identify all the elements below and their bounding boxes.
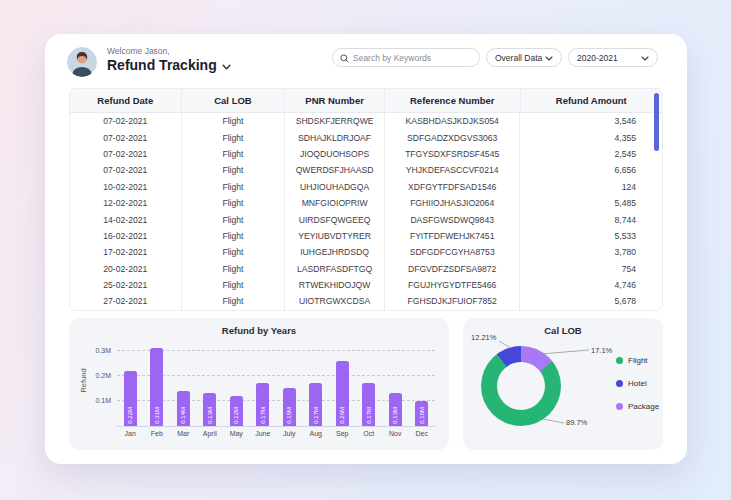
table-cell: SHDSKFJERRQWE <box>285 113 385 129</box>
search-box[interactable] <box>332 48 480 67</box>
table-cell: 07-02-2021 <box>70 129 182 145</box>
bar-column: 0.12MMay <box>223 339 250 426</box>
pie-slice-label: 17.1% <box>591 346 612 355</box>
table-cell: 5,485 <box>520 195 662 211</box>
table-cell: QWERDSFJHAASD <box>285 162 385 178</box>
table-cell: SDFGDFCGYHA8753 <box>385 244 521 260</box>
table-cell: TFGYSDXFSRDSF4545 <box>385 146 521 162</box>
bar: 0.22M <box>124 371 137 426</box>
table-cell: LASDRFASDFTGQ <box>285 261 385 277</box>
table-cell: YHJKDEFASCCVF0214 <box>385 162 521 178</box>
table-cell: Flight <box>182 244 286 260</box>
bar-chart-title: Refund by Years <box>69 325 449 336</box>
table-row: 16-02-2021FlightYEYIUBVDTYRERFYITFDFWEHJ… <box>70 228 662 244</box>
column-header: PNR Number <box>285 89 385 112</box>
page-title-dropdown[interactable]: Refund Tracking <box>107 56 231 74</box>
table-cell: 2,545 <box>520 146 662 162</box>
bar: 0.17M <box>309 383 322 426</box>
table-cell: 5,678 <box>520 293 662 309</box>
legend-dot <box>616 357 623 364</box>
y-tick-label: 0.3M <box>83 347 111 354</box>
legend-label: Flight <box>628 356 648 365</box>
bar-value-label: 0.17M <box>366 407 372 424</box>
search-input[interactable] <box>353 53 472 63</box>
table-row: 25-02-2021FlightRTWEKHIDOJQWFGUJHYGYDTFE… <box>70 277 662 293</box>
table-header: Refund Date Cal LOB PNR Number Reference… <box>70 89 662 113</box>
table-cell: 07-02-2021 <box>70 113 182 129</box>
table-cell: SDHAJKLDRJOAF <box>285 129 385 145</box>
chevron-down-icon <box>545 53 553 63</box>
table-cell: 4,355 <box>520 129 662 145</box>
legend: FlightHotelPackage <box>616 356 659 425</box>
table-cell: 25-02-2021 <box>70 277 182 293</box>
overall-data-select[interactable]: Overall Data <box>486 48 562 67</box>
bar-column: 0.13MApril <box>197 339 224 426</box>
table-row: 27-02-2021FlightUIOTRGWXCDSAFGHSDJKJFUIO… <box>70 293 662 309</box>
pie-slice-label: 89.7% <box>566 418 587 427</box>
legend-item: Flight <box>616 356 659 365</box>
table-cell: 07-02-2021 <box>70 146 182 162</box>
table-cell: FGUJHYGYDTFE5466 <box>385 277 521 293</box>
chevron-down-icon <box>641 53 649 63</box>
table-row: 14-02-2021FlightUIRDSFQWGEEQDASFGWSDWQ98… <box>70 211 662 227</box>
table-cell: 6,656 <box>520 162 662 178</box>
year-select[interactable]: 2020-2021 <box>568 48 658 67</box>
table-cell: 3,546 <box>520 113 662 129</box>
legend-label: Hotel <box>628 379 647 388</box>
bar: 0.17M <box>256 383 269 426</box>
table-row: 07-02-2021FlightSHDSKFJERRQWEKASBHDASJKD… <box>70 113 662 129</box>
donut-hole <box>497 362 545 410</box>
table-row: 20-02-2021FlightLASDRFASDFTGQDFGVDFZSDFS… <box>70 261 662 277</box>
bar-column: 0.17MAug <box>303 339 330 426</box>
bar-column: 0.13MNov <box>382 339 409 426</box>
bar-column: 0.14MMar <box>170 339 197 426</box>
bar: 0.17M <box>362 383 375 426</box>
table-cell: FGHSDJKJFUIOF7852 <box>385 293 521 309</box>
table-cell: JIOQDUOHSOPS <box>285 146 385 162</box>
bars: 0.22MJan0.31MFeb0.14MMar0.13MApril0.12MM… <box>117 339 435 426</box>
column-header: Refund Date <box>70 89 182 112</box>
bar-value-label: 0.12M <box>233 407 239 424</box>
table-row: 10-02-2021FlightUHJIOUHADGQAXDFGYTFDFSAD… <box>70 179 662 195</box>
table-row: 17-02-2021FlightIUHGEJHRDSDQSDFGDFCGYHA8… <box>70 244 662 260</box>
scrollbar-thumb[interactable] <box>654 93 659 151</box>
column-header: Cal LOB <box>182 89 286 112</box>
bar: 0.14M <box>177 391 190 426</box>
dashboard-card: Welcome Jason, Refund Tracking Overall D… <box>45 34 687 464</box>
bar-value-label: 0.13M <box>392 407 398 424</box>
pie-slice-label: 12.21% <box>471 333 496 342</box>
bar-column: 0.17MOct <box>356 339 383 426</box>
bar-value-label: 0.22M <box>127 407 133 424</box>
table-cell: Flight <box>182 211 286 227</box>
column-header: Reference Number <box>385 89 521 112</box>
legend-dot <box>616 403 623 410</box>
bar: 0.10M <box>415 401 428 426</box>
bar-value-label: 0.10M <box>419 407 425 424</box>
table-cell: MNFGIOIOPRIW <box>285 195 385 211</box>
table-cell: 14-02-2021 <box>70 211 182 227</box>
bar-value-label: 0.13M <box>207 407 213 424</box>
table-cell: 27-02-2021 <box>70 293 182 309</box>
table-cell: Flight <box>182 113 286 129</box>
table-cell: 124 <box>520 179 662 195</box>
table-cell: Flight <box>182 293 286 309</box>
table-cell: 10-02-2021 <box>70 179 182 195</box>
table-cell: 5,533 <box>520 228 662 244</box>
table-cell: 20-02-2021 <box>70 261 182 277</box>
donut-chart <box>481 346 561 426</box>
bar: 0.26M <box>336 361 349 426</box>
bar: 0.15M <box>283 388 296 426</box>
bar: 0.12M <box>230 396 243 426</box>
table-cell: Flight <box>182 179 286 195</box>
table-cell: 12-02-2021 <box>70 195 182 211</box>
bar-value-label: 0.31M <box>154 407 160 424</box>
pie-chart-panel: Cal LOB 12.21% 17.1% 89.7% FlightHotelPa… <box>463 318 663 450</box>
table-cell: FGHIIOJHASJIO2064 <box>385 195 521 211</box>
table-cell: 8,744 <box>520 211 662 227</box>
bar-column: 0.31MFeb <box>144 339 171 426</box>
legend-dot <box>616 380 623 387</box>
select-value: 2020-2021 <box>577 53 618 63</box>
table-row: 07-02-2021FlightJIOQDUOHSOPSTFGYSDXFSRDS… <box>70 146 662 162</box>
avatar[interactable] <box>67 47 97 77</box>
bar-value-label: 0.17M <box>260 407 266 424</box>
